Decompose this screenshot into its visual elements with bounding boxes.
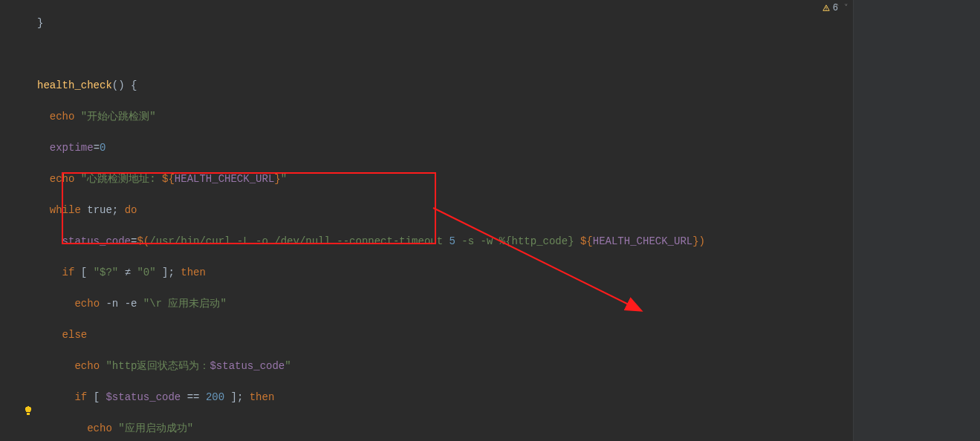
keyword: echo — [74, 360, 100, 372]
function-name: health_check — [37, 79, 112, 91]
keyword: echo — [87, 422, 112, 434]
variable: HEALTH_CHECK_URL — [175, 173, 274, 185]
code-text: [ — [87, 391, 106, 403]
op: = — [94, 142, 100, 154]
keyword: then — [250, 391, 275, 403]
cmd-sub: ) — [699, 235, 705, 247]
string: "0" — [137, 267, 155, 278]
op: == — [181, 391, 206, 403]
string: "心跳检测地址: — [81, 173, 162, 185]
chevron-down-icon[interactable]: ˅ — [843, 3, 850, 13]
variable: status_code — [62, 235, 131, 247]
code-content[interactable]: } health_check() { echo "开始心跳检测" exptime… — [37, 0, 853, 441]
string: "$?" — [94, 267, 119, 278]
string: " — [281, 173, 287, 185]
variable: HEALTH_CHECK_URL — [593, 235, 692, 247]
variable: $status_code — [106, 391, 181, 403]
cmd-sub: $( — [137, 235, 149, 247]
var-brace: ${ — [580, 235, 593, 247]
args: -s -w %{http_code} — [455, 235, 580, 247]
keyword: echo — [74, 298, 100, 310]
keyword: do — [125, 204, 137, 216]
code-text: ]; — [224, 391, 250, 403]
keyword: echo — [50, 111, 75, 122]
chevron-up-icon[interactable]: ˄ — [834, 3, 841, 13]
svg-rect-0 — [825, 7, 826, 9]
string: "应用启动成功" — [118, 422, 193, 434]
number: 5 — [450, 235, 455, 247]
var-brace: } — [692, 235, 698, 247]
keyword: else — [62, 329, 88, 341]
keyword: if — [62, 267, 75, 278]
code-text: [ — [74, 267, 93, 278]
code-text: true; — [81, 204, 125, 216]
keyword: while — [50, 204, 81, 216]
path: /usr/bin/curl -L -o /dev/null --connect-… — [149, 235, 449, 247]
variable: exptime — [50, 142, 94, 154]
keyword: echo — [50, 173, 75, 185]
code-editor[interactable]: } health_check() { echo "开始心跳检测" exptime… — [0, 0, 853, 441]
right-minimap-panel[interactable] — [853, 0, 980, 441]
string: "http返回状态码为： — [106, 360, 210, 372]
warning-icon — [822, 4, 830, 12]
variable: $status_code — [210, 360, 285, 372]
var-brace: } — [274, 173, 280, 185]
number: 200 — [206, 391, 224, 403]
string: "\r 应用未启动" — [143, 298, 227, 310]
keyword: then — [181, 267, 206, 278]
code-text: ]; — [156, 267, 181, 278]
svg-rect-1 — [825, 10, 826, 10]
string: " — [285, 360, 291, 372]
problems-nav[interactable]: ˄ ˅ — [834, 3, 850, 13]
bulb-icon[interactable] — [24, 405, 33, 414]
var-brace: ${ — [162, 173, 175, 185]
keyword: if — [74, 391, 87, 403]
string: "开始心跳检测" — [81, 111, 156, 122]
op: ≠ — [118, 267, 137, 278]
code-text: () { — [112, 79, 137, 91]
code-text: -n -e — [100, 298, 143, 310]
code-text: } — [37, 17, 43, 29]
number: 0 — [100, 142, 106, 154]
